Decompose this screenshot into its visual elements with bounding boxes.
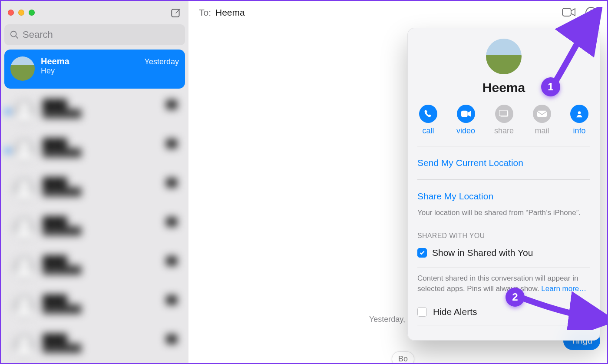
conversation-item[interactable]: █████████████ xyxy=(6,327,183,363)
message-timestamp: Yesterday, 9 xyxy=(188,315,416,324)
svg-point-17 xyxy=(578,111,581,114)
details-button[interactable] xyxy=(585,7,597,18)
svg-point-2 xyxy=(20,103,29,112)
conversation-list[interactable]: Heema Yesterday Hey █████████████ ██████… xyxy=(1,50,188,363)
compose-button[interactable] xyxy=(170,7,182,18)
person-icon xyxy=(570,105,588,123)
unread-indicator xyxy=(5,148,10,153)
search-icon xyxy=(10,30,19,40)
action-label: call xyxy=(422,126,434,136)
facetime-button[interactable] xyxy=(562,7,576,18)
contact-name: Heema xyxy=(417,80,590,95)
avatar xyxy=(10,56,35,81)
conversation-item[interactable]: █████████████ xyxy=(6,209,183,248)
unread-indicator xyxy=(5,109,10,114)
window-titlebar xyxy=(1,1,188,24)
conversation-preview: Hey xyxy=(41,66,179,76)
conversation-item[interactable]: █████████████ xyxy=(6,248,183,288)
show-in-shared-label: Show in Shared with You xyxy=(432,248,533,258)
conversation-header: To: Heema xyxy=(188,1,607,24)
info-action[interactable]: info xyxy=(570,105,588,136)
svg-point-1 xyxy=(11,31,17,37)
avatar xyxy=(12,99,36,123)
conversation-item[interactable]: █████████████ xyxy=(6,288,183,327)
shared-with-you-header: SHARED WITH YOU xyxy=(417,232,590,240)
phone-icon xyxy=(419,105,437,123)
hide-alerts-row[interactable]: Hide Alerts xyxy=(417,294,590,320)
mail-icon xyxy=(533,105,551,123)
video-camera-icon xyxy=(562,7,576,17)
video-action[interactable]: video xyxy=(456,105,475,136)
contact-actions: call video share mail info xyxy=(417,105,590,136)
action-label: mail xyxy=(535,126,549,136)
location-caption: Your location will be shared from “Parth… xyxy=(417,208,590,218)
annotation-badge-1: 1 xyxy=(541,77,560,96)
conversation-item-heema[interactable]: Heema Yesterday Hey xyxy=(4,50,185,89)
blurred-conversations: █████████████ █████████████ ████████████… xyxy=(3,89,187,363)
avatar xyxy=(12,138,36,162)
maximize-window-button[interactable] xyxy=(29,10,35,16)
send-current-location[interactable]: Send My Current Location xyxy=(417,152,590,174)
shared-caption: Content shared in this conversation will… xyxy=(417,273,590,294)
svg-rect-12 xyxy=(461,111,468,117)
svg-point-6 xyxy=(20,260,29,268)
messages-window: Heema Yesterday Hey █████████████ ██████… xyxy=(0,0,608,364)
conversation-pane: To: Heema Yester xyxy=(188,1,607,363)
action-label: info xyxy=(573,126,585,136)
compose-icon xyxy=(170,7,182,18)
svg-rect-15 xyxy=(537,111,547,117)
mail-action: mail xyxy=(533,105,551,136)
close-window-button[interactable] xyxy=(8,10,14,16)
call-action[interactable]: call xyxy=(419,105,437,136)
svg-point-3 xyxy=(20,142,29,151)
video-icon xyxy=(457,105,475,123)
svg-point-5 xyxy=(20,221,29,229)
svg-point-11 xyxy=(591,10,592,11)
svg-rect-14 xyxy=(499,110,507,116)
search-input[interactable] xyxy=(23,29,180,40)
conversation-name: Heema xyxy=(41,56,69,66)
avatar xyxy=(12,295,36,319)
info-icon xyxy=(585,7,597,18)
checkmark-icon xyxy=(419,250,425,256)
conversation-time: Yesterday xyxy=(145,57,179,66)
share-my-location[interactable]: Share My Location xyxy=(417,185,590,208)
svg-point-8 xyxy=(20,338,29,347)
compose-field[interactable]: Bo xyxy=(392,351,414,363)
avatar xyxy=(12,216,36,241)
details-popover: Heema call video share mail xyxy=(407,28,600,341)
svg-point-7 xyxy=(20,299,29,308)
avatar xyxy=(12,334,36,358)
screen-share-icon xyxy=(495,105,513,123)
annotation-badge-2: 2 xyxy=(506,288,525,307)
show-in-shared-checkbox[interactable] xyxy=(417,248,427,258)
to-label: To: xyxy=(199,7,211,18)
hide-alerts-checkbox[interactable] xyxy=(417,307,427,317)
to-recipient[interactable]: Heema xyxy=(215,7,245,18)
traffic-lights xyxy=(8,10,35,16)
share-action: share xyxy=(494,105,514,136)
action-label: share xyxy=(494,126,514,136)
conversation-item[interactable]: █████████████ xyxy=(6,131,183,170)
minimize-window-button[interactable] xyxy=(18,10,24,16)
avatar xyxy=(12,255,36,280)
contact-avatar[interactable] xyxy=(486,39,522,74)
conversation-item[interactable]: █████████████ xyxy=(6,170,183,209)
conversations-sidebar: Heema Yesterday Hey █████████████ ██████… xyxy=(1,1,188,363)
avatar xyxy=(12,177,36,202)
show-in-shared-row[interactable]: Show in Shared with You xyxy=(417,245,590,262)
search-field[interactable] xyxy=(4,24,185,45)
svg-point-4 xyxy=(20,182,29,190)
svg-rect-9 xyxy=(562,8,571,16)
action-label: video xyxy=(456,126,475,136)
conversation-item[interactable]: █████████████ xyxy=(6,92,183,131)
learn-more-link[interactable]: Learn more… xyxy=(541,285,586,293)
hide-alerts-label: Hide Alerts xyxy=(433,307,477,317)
